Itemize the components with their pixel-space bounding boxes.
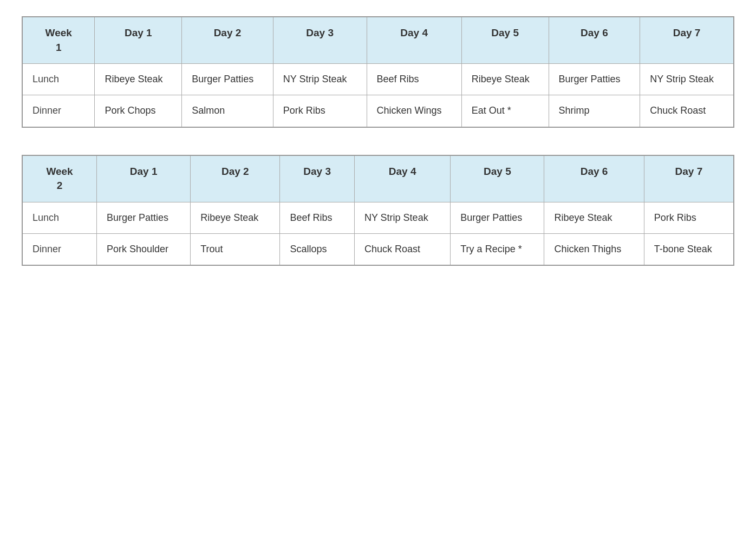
week2-row-0-day-7: Pork Ribs	[644, 202, 734, 233]
week1-row-0-day-2: Burger Patties	[182, 64, 273, 95]
schedule-container: Week1Day 1Day 2Day 3Day 4Day 5Day 6Day 7…	[22, 16, 734, 266]
table-row: DinnerPork ChopsSalmonPork RibsChicken W…	[22, 95, 734, 127]
week2-row-0-day-6: Ribeye Steak	[544, 202, 644, 233]
week1-row-0-meal-label: Lunch	[22, 64, 95, 95]
week1-row-1-day-3: Pork Ribs	[273, 95, 367, 127]
week1-row-1-meal-label: Dinner	[22, 95, 95, 127]
table-row: DinnerPork ShoulderTroutScallopsChuck Ro…	[22, 233, 734, 265]
week2-row-1-day-7: T-bone Steak	[644, 233, 734, 265]
week1-row-0-day-6: Burger Patties	[549, 64, 640, 95]
week1-row-0-day-1: Ribeye Steak	[95, 64, 182, 95]
week1-day-4-header: Day 4	[367, 17, 461, 64]
week2-day-7-header: Day 7	[644, 155, 734, 202]
week1-row-1-day-5: Eat Out *	[461, 95, 549, 127]
week2-day-4-header: Day 4	[354, 155, 450, 202]
week1-row-1-day-7: Chuck Roast	[640, 95, 734, 127]
week2-row-1-day-4: Chuck Roast	[354, 233, 450, 265]
week2-day-2-header: Day 2	[191, 155, 280, 202]
week1-row-0-day-4: Beef Ribs	[367, 64, 461, 95]
week2-row-0-day-3: Beef Ribs	[280, 202, 355, 233]
week2-day-3-header: Day 3	[280, 155, 355, 202]
table-row: LunchBurger PattiesRibeye SteakBeef Ribs…	[22, 202, 734, 233]
week2-row-1-day-1: Pork Shoulder	[97, 233, 191, 265]
week2-row-0-day-4: NY Strip Steak	[354, 202, 450, 233]
week1-row-1-day-1: Pork Chops	[95, 95, 182, 127]
week2-day-5-header: Day 5	[451, 155, 544, 202]
week1-row-0-day-3: NY Strip Steak	[273, 64, 367, 95]
week2-day-1-header: Day 1	[97, 155, 191, 202]
week2-row-1-day-5: Try a Recipe *	[451, 233, 544, 265]
week1-day-7-header: Day 7	[640, 17, 734, 64]
week1-day-1-header: Day 1	[95, 17, 182, 64]
week1-day-6-header: Day 6	[549, 17, 640, 64]
week1-week-label: Week1	[22, 17, 95, 64]
week2-row-0-day-2: Ribeye Steak	[191, 202, 280, 233]
week2-row-1-day-3: Scallops	[280, 233, 355, 265]
week1-day-5-header: Day 5	[461, 17, 549, 64]
table-week1: Week1Day 1Day 2Day 3Day 4Day 5Day 6Day 7…	[22, 16, 734, 128]
week2-row-0-day-5: Burger Patties	[451, 202, 544, 233]
week2-row-1-day-6: Chicken Thighs	[544, 233, 644, 265]
week2-row-0-day-1: Burger Patties	[97, 202, 191, 233]
table-row: LunchRibeye SteakBurger PattiesNY Strip …	[22, 64, 734, 95]
week1-row-1-day-4: Chicken Wings	[367, 95, 461, 127]
week2-day-6-header: Day 6	[544, 155, 644, 202]
week1-row-0-day-7: NY Strip Steak	[640, 64, 734, 95]
week1-row-1-day-2: Salmon	[182, 95, 273, 127]
week2-row-1-day-2: Trout	[191, 233, 280, 265]
week1-row-0-day-5: Ribeye Steak	[461, 64, 549, 95]
week1-day-3-header: Day 3	[273, 17, 367, 64]
week2-week-label: Week2	[22, 155, 97, 202]
week2-row-1-meal-label: Dinner	[22, 233, 97, 265]
week2-row-0-meal-label: Lunch	[22, 202, 97, 233]
week1-row-1-day-6: Shrimp	[549, 95, 640, 127]
table-week2: Week2Day 1Day 2Day 3Day 4Day 5Day 6Day 7…	[22, 155, 734, 266]
week1-day-2-header: Day 2	[182, 17, 273, 64]
